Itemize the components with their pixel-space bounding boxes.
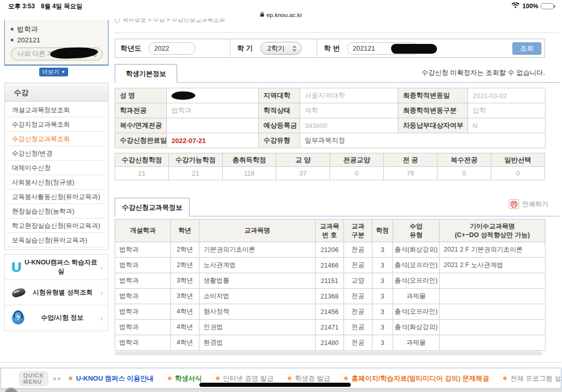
course-cell: 3: [372, 320, 393, 335]
print-button[interactable]: 인쇄하기: [509, 199, 548, 209]
course-cell: 출석(오프라인): [393, 304, 440, 320]
lock-icon: [260, 11, 264, 18]
credits-table: 수강신청학점수강가능학점총취득학점교 양전공교양전 공복수전공일반선택 2121…: [115, 153, 545, 180]
bullet-icon: [344, 377, 348, 380]
password-settings-link[interactable]: 비밀번호관리: [62, 64, 101, 66]
divider: [115, 33, 559, 33]
course-cell: [440, 335, 545, 351]
redaction-mark: [199, 383, 351, 387]
course-cell: 21151: [316, 273, 344, 289]
credits-header-cell: 전 공: [384, 153, 438, 167]
course-cell: 노사관계법: [199, 258, 316, 273]
tab-student-basic-info[interactable]: 학생기본정보: [115, 64, 177, 83]
course-cell: 환경법: [199, 335, 316, 351]
quick-menu-item[interactable]: U-KNOU 캠퍼스 이용안내: [69, 374, 153, 383]
course-cell: [440, 273, 545, 289]
sidebar-quick-links: U U-KNOU캠퍼스 학습자료실 › 시험유형별 성적조회 › ? 수업/시험…: [4, 254, 108, 331]
mouse-icon: [11, 287, 26, 298]
sidebar-menu-item[interactable]: 학교현장실습신청(유아교육과): [8, 218, 105, 233]
student-info-label: 최종학적변동구분: [398, 103, 468, 118]
quick-menu-item[interactable]: 학생서식: [168, 374, 202, 383]
sidebar-menu-item[interactable]: 사회봉사신청(정규생): [8, 175, 105, 190]
student-info-label: 차등납부대상자여부: [398, 118, 468, 133]
tab-underline: [115, 82, 559, 83]
course-header-cell: 교과목 번 호: [316, 219, 344, 242]
credits-value-cell: 79: [384, 167, 438, 180]
quick-link-uknou-campus[interactable]: U U-KNOU캠퍼스 학습자료실 ›: [5, 255, 108, 280]
more-button-label: 더보기: [42, 68, 59, 76]
course-table: 개설학과학년교과목명교과목 번 호교과 구분학점수업 유형기이수교과목명 (C+…: [115, 219, 545, 351]
credits-header-cell: 전공교양: [330, 153, 384, 167]
sidebar-menu-item[interactable]: 개설교과목정보조회: [8, 103, 105, 117]
course-row: 법학과4학년형사정책21456전공3출석(오프라인): [115, 304, 545, 320]
course-cell: 법학과: [115, 289, 171, 304]
student-info-value: 343800: [300, 118, 398, 133]
credits-value-cell: 21: [169, 167, 223, 180]
student-info-value: N: [468, 118, 545, 133]
student-info-table: 성 명지역대학서울지역대학최종학적변동일2021-03-02학과전공법학과학적상…: [115, 88, 545, 148]
quick-menu-item[interactable]: 학생증 발급: [288, 374, 331, 383]
safari-url-bar[interactable]: ep.knou.ac.kr: [0, 10, 562, 19]
more-button[interactable]: 더보기 ▼: [39, 68, 68, 76]
course-row: 법학과3학년생활법률21151교양3출석(오프라인): [115, 273, 545, 289]
quick-menu-arrows: >>: [53, 375, 61, 382]
sidebar-menu-item[interactable]: 교육봉사활동신청(유아교육과): [8, 190, 105, 204]
sidebar-menu-item[interactable]: 수강신청/변경: [8, 146, 105, 161]
sidebar-menu-item[interactable]: 수강지정교과목조회: [8, 117, 105, 132]
quick-link-class-exam-info[interactable]: ? 수업/시험 정보 ›: [5, 305, 108, 331]
chevron-right-icon: ›: [100, 313, 103, 322]
course-cell: 과제물: [393, 289, 440, 304]
horizontal-scrollbar[interactable]: [115, 351, 542, 355]
quick-link-grade-lookup[interactable]: 시험유형별 성적조회 ›: [5, 280, 108, 305]
account-dept: 법학과: [11, 24, 102, 35]
credits-header-cell: 총취득학점: [223, 153, 276, 167]
student-info-label: 지역대학: [259, 88, 300, 103]
course-header-cell: 개설학과: [115, 219, 171, 242]
bullet-icon: [11, 39, 13, 41]
student-info-label: 예상등록금: [259, 118, 300, 133]
privacy-settings-link[interactable]: 개인정보관리: [12, 64, 51, 66]
student-info-value: [167, 118, 259, 133]
course-cell: 인권법: [199, 320, 316, 335]
sidebar-menu-item[interactable]: 수강신청교과목조회: [8, 132, 105, 146]
quick-link-label: 시험유형별 성적조회: [25, 288, 100, 297]
quick-link-label: U-KNOU캠퍼스 학습자료실: [22, 258, 100, 276]
student-info-label: 복수/연계전공: [115, 118, 167, 133]
course-cell: 출석(오프라인): [393, 258, 440, 273]
course-cell: 법학과: [115, 304, 171, 320]
course-row: 법학과2학년기본권의기초이론21206전공3출석(화상강의)2021 2 F 기…: [115, 242, 545, 258]
quick-link-label: 수업/시험 정보: [24, 313, 100, 322]
course-header-row: 개설학과학년교과목명교과목 번 호교과 구분학점수업 유형기이수교과목명 (C+…: [115, 219, 545, 242]
sidebar-menu-item[interactable]: 현장실습신청(농학과): [8, 204, 105, 218]
course-cell: 법학과: [115, 258, 171, 273]
sidebar-menu-item[interactable]: 대체이수신청: [8, 161, 105, 175]
sidebar-menu-item[interactable]: 보육실습신청(유아교육과): [8, 233, 105, 247]
course-header-cell: 학년: [171, 219, 199, 242]
tab-registered-courses[interactable]: 수강신청교과목정보: [115, 198, 190, 216]
search-button[interactable]: 조회: [512, 42, 541, 55]
course-cell: 4학년: [171, 304, 199, 320]
quick-menu-item[interactable]: 인터넷 증명 발급: [216, 374, 274, 383]
credits-header-cell: 수강가능학점: [169, 153, 223, 167]
credits-value-cell: 37: [276, 167, 330, 180]
quick-menu-item[interactable]: 전체 프로그램 설치: [503, 374, 562, 383]
credits-value-cell: 0: [330, 167, 384, 180]
year-input[interactable]: [149, 42, 195, 55]
credits-value-cell: 116: [223, 167, 276, 180]
breadcrumb-text: 학사정보 > 수강 > 수강신청교과목조회: [122, 19, 225, 24]
course-cell: 전공: [344, 258, 372, 273]
student-info-value: 입학: [468, 103, 545, 118]
battery-percent: 100%: [522, 3, 538, 10]
credits-header-cell: 일반선택: [491, 153, 545, 167]
divider: |: [55, 64, 57, 66]
quick-menu-item-label: 전체 프로그램 설치: [510, 374, 562, 383]
semester-select[interactable]: 2학기: [260, 42, 302, 55]
battery-icon: [541, 3, 554, 9]
course-cell: 법학과: [115, 335, 171, 351]
quick-menu-item-label: 학생서식: [175, 374, 202, 383]
student-info-label: 최종학적변동일: [398, 88, 468, 103]
sidebar-menu-list: 개설교과목정보조회수강지정교과목조회수강신청교과목조회수강신청/변경대체이수신청…: [5, 102, 108, 249]
quick-menu-item[interactable]: 홈페이지/학습자료(멀티미디어 강의) 문제해결: [344, 374, 489, 383]
course-cell: 출석(화상강의): [393, 320, 440, 335]
quick-menu-item-label: 학생증 발급: [295, 374, 331, 383]
